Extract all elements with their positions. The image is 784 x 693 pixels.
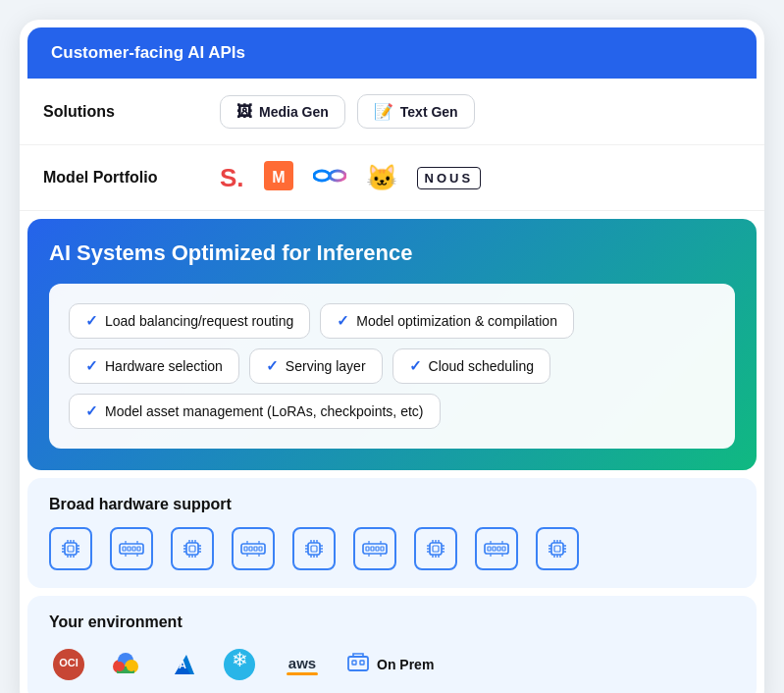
onprem-text: On Prem (377, 657, 434, 672)
azure-logo: A (163, 645, 202, 684)
svg-point-117 (127, 662, 136, 671)
hw-chip-2 (171, 527, 214, 570)
svg-rect-4 (65, 543, 77, 555)
svg-rect-68 (381, 547, 384, 551)
feature-label-4: Serving layer (286, 358, 366, 374)
svg-rect-97 (554, 546, 560, 552)
feature-label-3: Hardware selection (105, 358, 223, 374)
svg-rect-5 (68, 546, 74, 552)
svg-rect-90 (497, 547, 500, 551)
svg-text:OCI: OCI (59, 657, 78, 668)
svg-rect-64 (363, 544, 387, 554)
model-portfolio-logos: S. M (220, 161, 481, 194)
aws-logo: aws (277, 645, 328, 684)
svg-text:❄: ❄ (232, 649, 248, 670)
gcp-logo (106, 645, 145, 684)
snowflake-logo: ❄ (220, 645, 259, 684)
main-card: Customer-facing AI APIs Solutions 🖼 Medi… (20, 20, 764, 693)
hw-mem-3 (353, 527, 396, 570)
feature-label-1: Load balancing/request routing (105, 313, 293, 329)
svg-rect-96 (551, 543, 563, 555)
feature-model-asset: ✓ Model asset management (LoRAs, checkpo… (69, 394, 441, 429)
emoji-logo: 🐱 (366, 163, 397, 193)
hw-mem-1 (110, 527, 153, 570)
svg-rect-91 (502, 547, 505, 551)
hw-chip-4 (414, 527, 457, 570)
svg-rect-51 (311, 546, 317, 552)
svg-rect-74 (433, 546, 439, 552)
svg-rect-21 (132, 547, 135, 551)
solutions-badges: 🖼 Media Gen 📝 Text Gen (220, 94, 475, 129)
feature-model-optimization: ✓ Model optimization & compilation (320, 303, 574, 339)
svg-rect-65 (366, 547, 369, 551)
svg-rect-41 (241, 544, 265, 554)
svg-rect-22 (137, 547, 140, 551)
media-gen-label: Media Gen (259, 104, 329, 120)
svg-text:M: M (272, 169, 285, 186)
text-gen-icon: 📝 (374, 102, 393, 121)
hardware-icons-row (49, 527, 735, 570)
svg-rect-43 (249, 547, 252, 551)
check-icon-1: ✓ (85, 312, 98, 330)
solutions-row: Solutions 🖼 Media Gen 📝 Text Gen (20, 79, 764, 145)
check-icon-5: ✓ (409, 357, 422, 375)
svg-rect-123 (348, 657, 368, 670)
svg-rect-66 (371, 547, 374, 551)
svg-rect-45 (259, 547, 262, 551)
svg-rect-125 (360, 661, 364, 665)
nous-logo: NOUS (417, 167, 482, 189)
feature-serving-layer: ✓ Serving layer (249, 348, 383, 384)
feature-load-balancing: ✓ Load balancing/request routing (69, 303, 310, 339)
svg-rect-50 (308, 543, 320, 555)
huggingface-logo: M (264, 161, 293, 194)
media-gen-icon: 🖼 (236, 103, 252, 121)
environment-title: Your environment (49, 613, 735, 631)
svg-point-116 (115, 662, 125, 671)
ai-systems-title: AI Systems Optimized for Inference (49, 240, 735, 266)
media-gen-badge[interactable]: 🖼 Media Gen (220, 95, 345, 129)
ai-systems-features: ✓ Load balancing/request routing ✓ Model… (49, 284, 735, 449)
onprem-label: On Prem (345, 649, 434, 680)
svg-rect-73 (430, 543, 442, 555)
onprem-icon (345, 649, 371, 680)
svg-rect-89 (493, 547, 496, 551)
text-gen-badge[interactable]: 📝 Text Gen (357, 94, 475, 129)
solutions-label: Solutions (43, 103, 220, 121)
feature-hardware-selection: ✓ Hardware selection (69, 348, 239, 384)
ai-systems-section: AI Systems Optimized for Inference ✓ Loa… (27, 219, 757, 470)
feature-label-6: Model asset management (LoRAs, checkpoin… (105, 403, 424, 419)
check-icon-3: ✓ (85, 357, 98, 375)
hardware-section: Broad hardware support (27, 478, 757, 588)
check-icon-6: ✓ (85, 402, 98, 420)
svg-rect-124 (352, 661, 356, 665)
hw-chip-3 (292, 527, 336, 570)
svg-text:A: A (179, 659, 186, 670)
text-gen-label: Text Gen (400, 104, 458, 120)
svg-rect-88 (488, 547, 491, 551)
svg-point-2 (314, 171, 330, 181)
hw-mem-4 (475, 527, 518, 570)
svg-rect-67 (376, 547, 379, 551)
spellbook-logo: S. (220, 163, 244, 193)
hw-chip-1 (49, 527, 92, 570)
svg-rect-27 (186, 543, 198, 555)
environment-providers: OCI A (49, 645, 735, 684)
model-portfolio-label: Model Portfolio (43, 169, 220, 187)
hw-mem-2 (232, 527, 275, 570)
oracle-logo: OCI (49, 645, 88, 684)
feature-label-5: Cloud scheduling (429, 358, 534, 374)
model-portfolio-row: Model Portfolio S. M (20, 145, 764, 211)
hw-chip-5 (536, 527, 579, 570)
svg-rect-20 (128, 547, 131, 551)
svg-point-3 (330, 171, 345, 181)
meta-logo (313, 166, 346, 189)
customer-apis-title: Customer-facing AI APIs (51, 43, 245, 62)
svg-rect-19 (123, 547, 126, 551)
check-icon-2: ✓ (337, 312, 349, 330)
customer-apis-header: Customer-facing AI APIs (27, 27, 757, 79)
feature-label-2: Model optimization & compilation (356, 313, 557, 329)
check-icon-4: ✓ (266, 357, 279, 375)
feature-cloud-scheduling: ✓ Cloud scheduling (392, 348, 550, 384)
svg-rect-44 (254, 547, 257, 551)
svg-rect-42 (244, 547, 247, 551)
